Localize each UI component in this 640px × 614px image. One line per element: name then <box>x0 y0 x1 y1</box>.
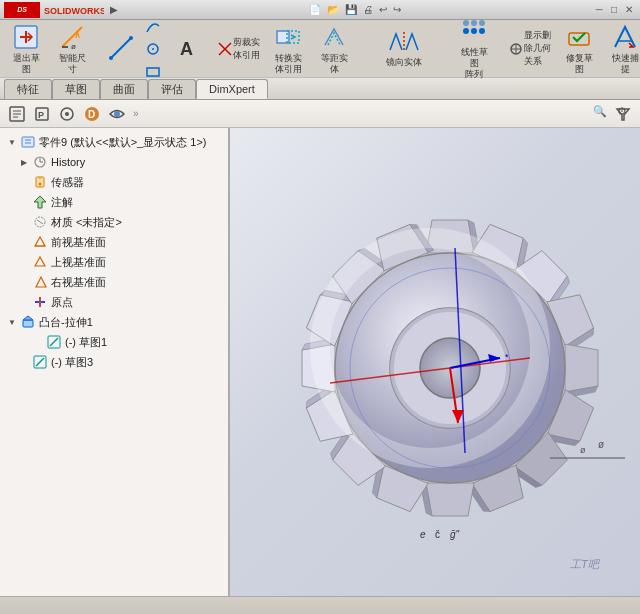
tree-root-item[interactable]: ▼ 零件9 (默认<<默认>_显示状态 1>) <box>0 132 228 152</box>
svg-point-41 <box>114 111 120 117</box>
line-icon <box>107 34 135 62</box>
watermark-text: 工T吧 <box>570 558 601 570</box>
svg-text:SOLIDWORKS: SOLIDWORKS <box>44 6 104 16</box>
tree-item-history[interactable]: ▶ History <box>0 152 228 172</box>
svg-text:*: * <box>505 352 509 362</box>
boss-extrude-arrow: ▼ <box>6 316 18 328</box>
svg-text:č: č <box>435 529 440 540</box>
show-relations-button[interactable]: 显示删除几何关系 <box>504 38 555 60</box>
tree-item-annotation[interactable]: ▶ 注解 <box>0 192 228 212</box>
window-controls[interactable]: ─ □ ✕ <box>593 4 636 15</box>
quick-snaps-icon <box>611 23 639 51</box>
circle-button[interactable] <box>141 38 165 60</box>
tree-item-boss-extrude-label: 凸台-拉伸1 <box>39 315 93 330</box>
feature-tree-panel: ▼ 零件9 (默认<<默认>_显示状态 1>) ▶ History <box>0 128 230 612</box>
tree-item-right-plane[interactable]: ▶ 右视基准面 <box>0 272 228 292</box>
svg-rect-43 <box>22 137 34 147</box>
arc-button[interactable] <box>141 15 165 37</box>
svg-marker-81 <box>426 483 474 516</box>
dimxpert-mgr-btn[interactable]: D <box>81 103 103 125</box>
svg-text:ø: ø <box>580 445 586 455</box>
svg-marker-60 <box>23 316 33 320</box>
tab-surface[interactable]: 曲面 <box>100 79 148 99</box>
exit-sketch-button[interactable]: 退出草 图 <box>4 24 48 74</box>
linear-array-button[interactable]: 线性草图阵列 <box>452 24 496 74</box>
svg-text:A: A <box>180 39 193 59</box>
svg-marker-73 <box>565 344 598 392</box>
svg-line-64 <box>36 358 44 366</box>
print-icon[interactable]: 🖨 <box>363 4 373 15</box>
svg-point-10 <box>129 36 133 40</box>
mirror-button[interactable]: 镜向实体 <box>364 24 444 74</box>
line-button[interactable] <box>102 24 140 74</box>
display-mgr-btn[interactable] <box>106 103 128 125</box>
text-button[interactable]: A <box>173 24 205 74</box>
save-icon[interactable]: 💾 <box>345 4 357 15</box>
quick-access-toolbar: 📄 📂 💾 🖨 ↩ ↪ <box>307 4 403 15</box>
close-btn[interactable]: ✕ <box>622 4 636 15</box>
tree-item-sketch1[interactable]: ▶ (-) 草图1 <box>0 332 228 352</box>
tree-item-boss-extrude[interactable]: ▼ 凸台-拉伸1 <box>0 312 228 332</box>
tree-item-origin[interactable]: ▶ 原点 <box>0 292 228 312</box>
tree-root-icon <box>20 134 36 150</box>
coordinate-indicator: e č ğ" <box>420 529 460 540</box>
quick-snaps-button[interactable]: 快速捕提 <box>603 24 640 74</box>
tree-item-sketch1-label: (-) 草图1 <box>65 335 107 350</box>
tab-sketch[interactable]: 草图 <box>52 79 100 99</box>
exit-sketch-icon <box>12 23 40 51</box>
tree-item-right-plane-label: 右视基准面 <box>51 275 106 290</box>
origin-icon <box>32 294 48 310</box>
svg-point-24 <box>471 20 477 26</box>
svg-point-23 <box>463 20 469 26</box>
convert-button[interactable]: 转换实体引用 <box>266 24 310 74</box>
svg-point-9 <box>109 56 113 60</box>
tree-root-label: 零件9 (默认<<默认>_显示状态 1>) <box>39 135 207 150</box>
config-mgr-btn[interactable] <box>56 103 78 125</box>
svg-point-22 <box>479 28 485 34</box>
settings-button[interactable]: ⚙ <box>612 101 632 121</box>
tab-eval[interactable]: 评估 <box>148 79 196 99</box>
history-icon <box>32 154 48 170</box>
undo-icon[interactable]: ↩ <box>379 4 387 15</box>
tree-item-material[interactable]: ▶ 材质 <未指定> <box>0 212 228 232</box>
dim-annotation: ø <box>598 439 604 450</box>
tree-item-front-plane-label: 前视基准面 <box>51 235 106 250</box>
trim-group: 剪裁实体引用 <box>213 38 264 60</box>
new-icon[interactable]: 📄 <box>309 4 321 15</box>
property-mgr-btn[interactable]: P <box>31 103 53 125</box>
solidworks-wordmark: SOLIDWORKS <box>44 3 104 17</box>
viewport-panel[interactable]: * ø ø 工T吧 e č ğ" <box>230 128 640 612</box>
tab-dimxpert[interactable]: DimXpert <box>196 79 268 99</box>
trim-button[interactable]: 剪裁实体引用 <box>213 38 264 60</box>
svg-text:∧: ∧ <box>74 30 81 40</box>
right-toolbar-group: 显示删除几何关系 <box>504 38 555 60</box>
svg-point-50 <box>39 183 42 186</box>
svg-point-25 <box>479 20 485 26</box>
secondary-toolbar: P D » <box>0 100 640 128</box>
svg-rect-59 <box>23 320 33 327</box>
tree-root-arrow: ▼ <box>6 136 18 148</box>
smart-dim-button[interactable]: ø ∧ 智能尺寸 <box>50 24 94 74</box>
more-btn[interactable]: » <box>133 108 139 119</box>
tree-item-sketch3[interactable]: ▶ (-) 草图3 <box>0 352 228 372</box>
tab-feature[interactable]: 特征 <box>4 79 52 99</box>
search-button[interactable]: 🔍 <box>590 101 610 121</box>
open-icon[interactable]: 📂 <box>327 4 339 15</box>
minimize-btn[interactable]: ─ <box>593 4 606 15</box>
tree-item-top-plane[interactable]: ▶ 上视基准面 <box>0 252 228 272</box>
solidworks-logo: DS <box>4 2 40 18</box>
tree-item-sensor[interactable]: ▶ 传感器 <box>0 172 228 192</box>
tree-item-history-label: History <box>51 156 85 168</box>
repair-sketch-button[interactable]: 修复草图 <box>557 24 601 74</box>
feature-manager-btn[interactable] <box>6 103 28 125</box>
offset-button[interactable]: 等距实体 <box>312 24 356 74</box>
svg-point-12 <box>152 48 154 50</box>
sketch1-icon <box>46 334 62 350</box>
maximize-btn[interactable]: □ <box>608 4 620 15</box>
smart-dim-icon: ø ∧ <box>58 23 86 51</box>
gear-viewport: * ø ø 工T吧 e č ğ" <box>230 138 640 588</box>
redo-icon[interactable]: ↪ <box>393 4 401 15</box>
tree-item-front-plane[interactable]: ▶ 前视基准面 <box>0 232 228 252</box>
status-bar <box>0 596 640 614</box>
tree-item-sketch3-label: (-) 草图3 <box>51 355 93 370</box>
